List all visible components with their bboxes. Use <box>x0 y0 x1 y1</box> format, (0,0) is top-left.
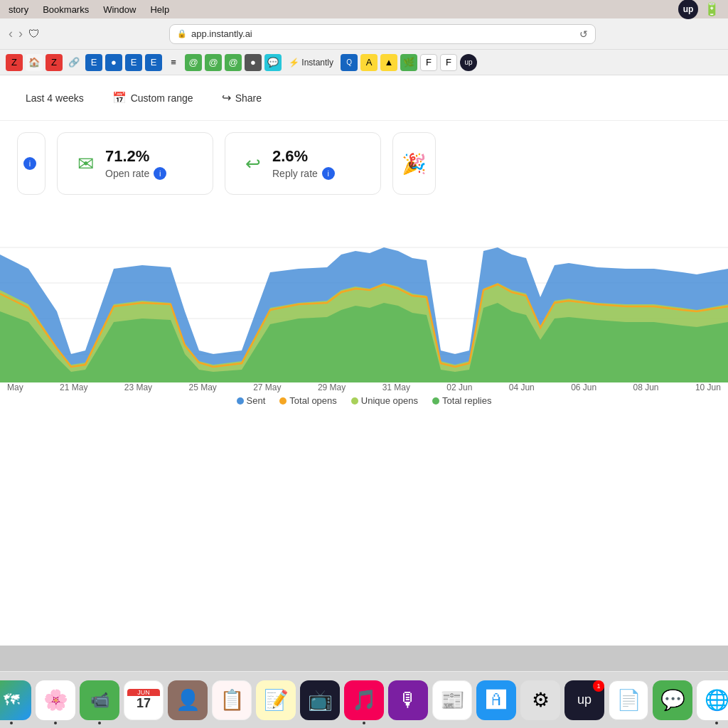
dock-news[interactable]: 📰 <box>432 680 472 720</box>
legend-dot-sent <box>237 397 244 405</box>
info-badge-reply-rate[interactable]: i <box>322 167 335 180</box>
bookmark-a2[interactable]: ▲ <box>380 54 397 71</box>
bookmark-up[interactable]: up <box>460 54 477 71</box>
bookmark-leaf[interactable]: 🌿 <box>400 54 417 71</box>
bookmark-lines[interactable]: ≡ <box>165 54 182 71</box>
last4weeks-button[interactable]: Last 4 weeks <box>17 88 92 108</box>
open-rate-value: 71.2% <box>105 147 166 166</box>
shield-icon: 🛡 <box>28 28 40 41</box>
back-button[interactable]: ‹ <box>9 26 13 41</box>
dock-upwork[interactable]: up1 <box>564 680 604 720</box>
dock-sysprefs[interactable]: ⚙ <box>520 680 560 720</box>
dock-contacts[interactable]: 👤 <box>168 680 208 720</box>
bookmark-e4[interactable]: E <box>145 54 162 71</box>
last4weeks-label: Last 4 weeks <box>26 92 84 104</box>
bookmark-f1[interactable]: F <box>420 54 437 71</box>
legend-label-total-opens: Total opens <box>289 395 337 406</box>
dock-calendar[interactable]: JUN 17 <box>124 680 164 720</box>
celebration-icon: 🎉 <box>402 152 427 176</box>
x-label-11: 10 Jun <box>695 382 721 392</box>
bookmark-chat[interactable]: 💬 <box>264 54 282 71</box>
dock-photos[interactable]: 🌸 <box>36 680 75 720</box>
menu-help[interactable]: Help <box>150 4 169 15</box>
share-button[interactable]: ↪ Share <box>213 87 270 109</box>
envelope-icon: ✉ <box>77 152 94 176</box>
bookmark-f2[interactable]: F <box>440 54 457 71</box>
stat-card-partial-left: i <box>17 132 46 195</box>
chart-section: May 21 May 23 May 25 May 27 May 29 May 3… <box>0 206 728 412</box>
reply-rate-label: Reply rate i <box>272 167 335 180</box>
bookmark-e2[interactable]: ● <box>105 54 122 71</box>
x-label-8: 04 Jun <box>509 382 535 392</box>
legend-unique-opens: Unique opens <box>351 395 418 406</box>
bookmark-home[interactable]: 🏠 <box>26 54 43 71</box>
stats-row: i ✉ 71.2% Open rate i ↩ 2.6% Reply rate … <box>0 121 728 206</box>
dock-facetime[interactable]: 📹 <box>80 680 119 720</box>
refresh-icon[interactable]: ↺ <box>579 28 588 40</box>
open-rate-label: Open rate i <box>105 167 166 180</box>
stat-card-open-rate: ✉ 71.2% Open rate i <box>57 132 213 195</box>
dock-maps[interactable]: 🗺 <box>0 680 31 720</box>
dock-music[interactable]: 🎵 <box>344 680 384 720</box>
bookmark-z1[interactable]: Z <box>6 54 23 71</box>
bookmarks-bar: Z 🏠 Z 🔗 E ● E E ≡ @ @ @ ● 💬 ⚡ Instantly … <box>0 50 728 75</box>
dock-podcasts[interactable]: 🎙 <box>388 680 428 720</box>
forward-button[interactable]: › <box>18 26 23 41</box>
custom-range-label: Custom range <box>131 92 193 104</box>
dock-textedit[interactable]: 📄 <box>609 680 648 720</box>
reply-rate-value: 2.6% <box>272 147 335 166</box>
legend-dot-unique-opens <box>351 397 358 405</box>
url-bar[interactable]: 🔒 app.instantly.ai ↺ <box>169 24 596 44</box>
x-label-0: May <box>7 382 23 392</box>
legend-dot-total-opens <box>279 397 287 405</box>
bookmark-z2[interactable]: Z <box>46 54 63 71</box>
reply-icon: ↩ <box>245 153 261 175</box>
chart-svg <box>0 212 728 382</box>
legend-total-replies: Total replies <box>432 395 491 406</box>
lock-icon: 🔒 <box>177 29 187 38</box>
legend-label-unique-opens: Unique opens <box>361 395 418 406</box>
x-label-6: 31 May <box>382 382 410 392</box>
browser-toolbar: ‹ › 🛡 🔒 app.instantly.ai ↺ <box>0 18 728 50</box>
bookmark-e3[interactable]: E <box>125 54 142 71</box>
share-icon: ↪ <box>222 91 231 105</box>
bookmark-link[interactable]: 🔗 <box>65 54 82 71</box>
dock: 🗺 🌸 📹 JUN 17 👤 📋 📝 📺 🎵 🎙 📰 🅰 ⚙ up1 📄 💬 🌐 <box>0 671 728 728</box>
dock-chrome[interactable]: 🌐 <box>697 680 728 720</box>
battery-icon: 🔋 <box>704 1 719 17</box>
x-label-7: 02 Jun <box>446 382 472 392</box>
chart-legend: Sent Total opens Unique opens Total repl… <box>0 392 728 412</box>
bookmark-g1[interactable]: @ <box>185 54 202 71</box>
menu-story[interactable]: story <box>9 4 28 15</box>
bookmark-q[interactable]: Q <box>341 54 358 71</box>
bookmark-g2[interactable]: @ <box>205 54 222 71</box>
custom-range-button[interactable]: 📅 Custom range <box>104 87 202 109</box>
x-label-2: 23 May <box>124 382 152 392</box>
dock-appstore[interactable]: 🅰 <box>476 680 516 720</box>
bookmark-e1[interactable]: E <box>85 54 102 71</box>
x-label-1: 21 May <box>60 382 87 392</box>
x-label-5: 29 May <box>318 382 346 392</box>
bookmark-g3[interactable]: @ <box>225 54 242 71</box>
bookmark-dark[interactable]: ● <box>245 54 262 71</box>
dock-whatsapp[interactable]: 💬 <box>653 680 692 720</box>
info-badge-open-rate[interactable]: i <box>154 167 166 180</box>
bookmark-a1[interactable]: A <box>360 54 378 71</box>
menu-window[interactable]: Window <box>103 4 136 15</box>
info-badge-left[interactable]: i <box>23 157 36 170</box>
chart-x-labels: May 21 May 23 May 25 May 27 May 29 May 3… <box>0 382 728 392</box>
legend-dot-total-replies <box>432 397 439 405</box>
dock-tv[interactable]: 📺 <box>300 680 340 720</box>
legend-total-opens: Total opens <box>279 395 337 406</box>
bookmark-instantly[interactable]: ⚡ Instantly <box>284 58 338 68</box>
up-button[interactable]: up <box>678 0 698 19</box>
menu-bar: story Bookmarks Window Help up 🔋 <box>0 0 728 18</box>
menu-bookmarks[interactable]: Bookmarks <box>43 4 89 15</box>
dock-reminders[interactable]: 📋 <box>212 680 252 720</box>
legend-label-total-replies: Total replies <box>442 395 491 406</box>
url-text: app.instantly.ai <box>191 28 252 39</box>
dock-notes[interactable]: 📝 <box>256 680 296 720</box>
controls-bar: Last 4 weeks 📅 Custom range ↪ Share <box>0 75 728 121</box>
calendar-icon: 📅 <box>112 91 127 105</box>
stat-card-reply-rate: ↩ 2.6% Reply rate i <box>225 132 381 195</box>
